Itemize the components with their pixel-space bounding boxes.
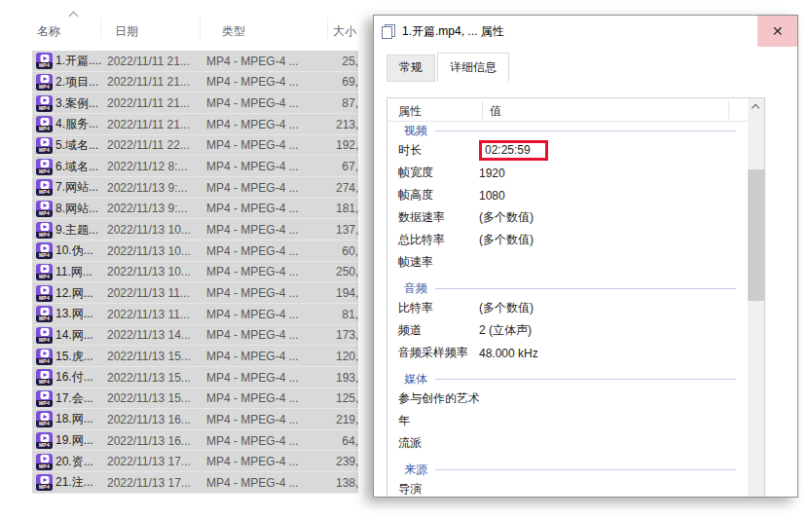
mp4-badge: MP4 bbox=[36, 232, 53, 239]
file-size: 60, bbox=[336, 244, 358, 258]
details-row[interactable]: 流派 bbox=[388, 432, 748, 455]
file-row[interactable]: MP4 10.伪... 2022/11/13 10... MP4 - MPEG-… bbox=[32, 240, 358, 262]
file-row[interactable]: MP4 2.项目... 2022/11/11 21... MP4 - MPEG-… bbox=[32, 72, 358, 93]
file-date: 2022/11/13 17... bbox=[107, 476, 206, 490]
details-row[interactable]: 帧高度 1080 bbox=[388, 184, 748, 206]
file-row[interactable]: MP4 6.域名... 2022/11/12 8:... MP4 - MPEG-… bbox=[32, 156, 358, 177]
file-type: MP4 - MPEG-4 ... bbox=[206, 413, 336, 426]
scrollbar[interactable] bbox=[748, 98, 764, 497]
dialog-titlebar[interactable]: 1.开篇.mp4, ... 属性 ✕ bbox=[374, 16, 797, 48]
file-row[interactable]: MP4 14.网... 2022/11/13 14... MP4 - MPEG-… bbox=[32, 325, 358, 347]
details-row[interactable]: 音频采样频率 48.000 kHz bbox=[388, 342, 748, 364]
file-date: 2022/11/13 11... bbox=[107, 286, 206, 300]
file-name: 20.资... bbox=[55, 454, 107, 470]
details-row[interactable]: 比特率 (多个数值) bbox=[388, 297, 748, 319]
details-row[interactable]: 时长 02:25:59 bbox=[388, 139, 748, 162]
details-row[interactable]: 频道 2 (立体声) bbox=[388, 319, 748, 342]
file-date: 2022/11/13 11... bbox=[107, 308, 206, 321]
property-label: 比特率 bbox=[388, 300, 479, 316]
details-row[interactable]: 帧速率 bbox=[388, 251, 748, 274]
file-name: 3.案例... bbox=[55, 95, 107, 112]
file-row[interactable]: MP4 8.网站... 2022/11/13 9:... MP4 - MPEG-… bbox=[32, 199, 358, 220]
details-row[interactable]: 参与创作的艺术家 bbox=[388, 388, 748, 410]
file-row[interactable]: MP4 19.网... 2022/11/13 16... MP4 - MPEG-… bbox=[32, 430, 358, 452]
property-label: 音频采样频率 bbox=[388, 345, 479, 361]
file-size: 87, bbox=[336, 96, 358, 110]
value-column-header[interactable]: 值 bbox=[490, 103, 501, 120]
property-label: 帧速率 bbox=[388, 254, 479, 271]
mp4-badge: MP4 bbox=[36, 62, 53, 69]
file-row[interactable]: MP4 1.开篇.... 2022/11/11 21... MP4 - MPEG… bbox=[32, 51, 358, 72]
file-row[interactable]: MP4 15.虎... 2022/11/13 15... MP4 - MPEG-… bbox=[32, 346, 358, 367]
file-type: MP4 - MPEG-4 ... bbox=[206, 371, 336, 385]
scrollbar-thumb[interactable] bbox=[748, 169, 764, 301]
file-name: 11.网... bbox=[55, 264, 107, 280]
mp4-file-icon: MP4 bbox=[36, 53, 53, 69]
file-size: 125, bbox=[336, 391, 358, 405]
scroll-up-icon[interactable] bbox=[748, 98, 764, 115]
play-icon bbox=[40, 413, 49, 421]
file-row[interactable]: MP4 7.网站... 2022/11/13 9:... MP4 - MPEG-… bbox=[32, 177, 358, 199]
file-row[interactable]: MP4 9.主题... 2022/11/13 10... MP4 - MPEG-… bbox=[32, 219, 358, 240]
dialog-tabs: 常规 详细信息 bbox=[387, 56, 511, 82]
property-value: (多个数值) bbox=[479, 300, 534, 316]
file-row[interactable]: MP4 5.域名... 2022/11/11 22... MP4 - MPEG-… bbox=[32, 135, 358, 157]
mp4-badge: MP4 bbox=[36, 252, 53, 259]
play-icon bbox=[40, 286, 49, 294]
file-type: MP4 - MPEG-4 ... bbox=[206, 223, 336, 237]
play-icon bbox=[40, 350, 49, 357]
file-date: 2022/11/13 10... bbox=[107, 223, 206, 237]
file-row[interactable]: MP4 3.案例... 2022/11/11 21... MP4 - MPEG-… bbox=[32, 92, 358, 114]
section-name: 视频 bbox=[404, 123, 427, 139]
play-icon bbox=[40, 223, 49, 231]
file-type: MP4 - MPEG-4 ... bbox=[206, 265, 336, 278]
mp4-file-icon: MP4 bbox=[36, 454, 53, 470]
file-type: MP4 - MPEG-4 ... bbox=[206, 308, 336, 321]
play-icon bbox=[40, 476, 49, 484]
property-label: 总比特率 bbox=[388, 232, 479, 248]
property-label: 帧高度 bbox=[388, 187, 479, 204]
file-row[interactable]: MP4 12.网... 2022/11/13 11... MP4 - MPEG-… bbox=[32, 282, 358, 304]
file-row[interactable]: MP4 17.会... 2022/11/13 15... MP4 - MPEG-… bbox=[32, 388, 358, 410]
file-row[interactable]: MP4 4.服务... 2022/11/11 21... MP4 - MPEG-… bbox=[32, 114, 358, 135]
file-type: MP4 - MPEG-4 ... bbox=[206, 160, 336, 173]
column-header-name[interactable]: 名称 bbox=[37, 23, 60, 40]
column-header-type[interactable]: 类型 bbox=[222, 23, 245, 40]
details-row[interactable]: 帧宽度 1920 bbox=[388, 162, 748, 184]
details-row[interactable]: 总比特率 (多个数值) bbox=[388, 229, 748, 251]
mp4-file-icon: MP4 bbox=[36, 349, 53, 365]
play-icon bbox=[40, 434, 49, 442]
file-row[interactable]: MP4 11.网... 2022/11/13 10... MP4 - MPEG-… bbox=[32, 262, 358, 283]
section-divider-line bbox=[435, 130, 736, 131]
mp4-file-icon: MP4 bbox=[36, 116, 53, 132]
dialog-tab[interactable]: 详细信息 bbox=[437, 53, 509, 82]
property-label: 频道 bbox=[388, 322, 479, 339]
file-row[interactable]: MP4 13.网... 2022/11/13 11... MP4 - MPEG-… bbox=[32, 304, 358, 325]
close-button[interactable]: ✕ bbox=[757, 16, 797, 47]
file-row[interactable]: MP4 16.付... 2022/11/13 15... MP4 - MPEG-… bbox=[32, 367, 358, 388]
details-row[interactable]: 导演 bbox=[388, 478, 748, 497]
mp4-file-icon: MP4 bbox=[36, 242, 53, 259]
file-row[interactable]: MP4 21.注... 2022/11/13 17... MP4 - MPEG-… bbox=[32, 472, 358, 494]
file-name: 16.付... bbox=[55, 369, 107, 386]
property-column-header[interactable]: 属性 bbox=[398, 103, 422, 120]
dialog-tab[interactable]: 常规 bbox=[387, 55, 435, 82]
column-divider bbox=[100, 18, 101, 39]
details-row[interactable]: 数据速率 (多个数值) bbox=[388, 206, 748, 229]
file-row[interactable]: MP4 18.网... 2022/11/13 16... MP4 - MPEG-… bbox=[32, 409, 358, 430]
file-date: 2022/11/13 15... bbox=[107, 371, 206, 385]
file-date: 2022/11/13 16... bbox=[107, 434, 206, 448]
property-label: 参与创作的艺术家 bbox=[388, 390, 479, 407]
column-header-size[interactable]: 大小 bbox=[333, 23, 356, 40]
details-row[interactable]: 年 bbox=[388, 410, 748, 432]
mp4-file-icon: MP4 bbox=[36, 390, 53, 407]
play-icon bbox=[40, 181, 49, 189]
file-date: 2022/11/13 14... bbox=[107, 328, 206, 342]
file-row[interactable]: MP4 20.资... 2022/11/13 17... MP4 - MPEG-… bbox=[32, 451, 358, 472]
file-date: 2022/11/13 9:... bbox=[107, 202, 206, 215]
mp4-badge: MP4 bbox=[36, 463, 53, 470]
dialog-title: 1.开篇.mp4, ... 属性 bbox=[402, 23, 504, 40]
file-size: 219, bbox=[336, 413, 358, 426]
file-type: MP4 - MPEG-4 ... bbox=[206, 118, 336, 131]
column-header-date[interactable]: 日期 bbox=[115, 23, 138, 40]
